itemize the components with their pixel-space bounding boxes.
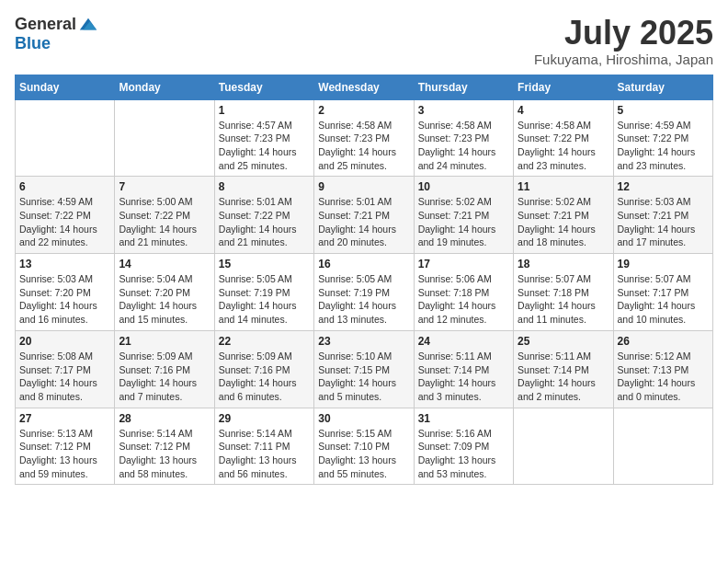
calendar-cell: 20Sunrise: 5:08 AMSunset: 7:17 PMDayligh… xyxy=(16,330,115,408)
day-info: Sunrise: 5:07 AMSunset: 7:17 PMDaylight:… xyxy=(618,272,709,327)
day-info: Sunrise: 4:58 AMSunset: 7:23 PMDaylight:… xyxy=(418,119,509,173)
calendar-cell: 21Sunrise: 5:09 AMSunset: 7:16 PMDayligh… xyxy=(115,330,214,408)
day-number: 17 xyxy=(418,258,509,270)
day-info: Sunrise: 5:13 AMSunset: 7:12 PMDaylight:… xyxy=(19,427,110,481)
day-header-friday: Friday xyxy=(514,75,613,99)
day-number: 20 xyxy=(19,335,110,348)
calendar-cell xyxy=(16,99,115,177)
calendar-table: SundayMondayTuesdayWednesdayThursdayFrid… xyxy=(15,75,713,486)
day-info: Sunrise: 4:59 AMSunset: 7:22 PMDaylight:… xyxy=(19,195,110,249)
calendar-cell: 9Sunrise: 5:01 AMSunset: 7:21 PMDaylight… xyxy=(314,177,414,254)
calendar-cell: 14Sunrise: 5:04 AMSunset: 7:20 PMDayligh… xyxy=(115,254,214,331)
day-info: Sunrise: 5:16 AMSunset: 7:09 PMDaylight:… xyxy=(418,427,509,481)
calendar-cell xyxy=(514,408,613,485)
day-number: 10 xyxy=(418,180,509,193)
day-number: 19 xyxy=(618,258,709,270)
day-number: 24 xyxy=(418,335,509,348)
calendar-cell: 25Sunrise: 5:11 AMSunset: 7:14 PMDayligh… xyxy=(514,330,613,408)
calendar-cell: 12Sunrise: 5:03 AMSunset: 7:21 PMDayligh… xyxy=(613,177,712,254)
calendar-cell: 31Sunrise: 5:16 AMSunset: 7:09 PMDayligh… xyxy=(414,408,513,485)
calendar-cell: 1Sunrise: 4:57 AMSunset: 7:23 PMDaylight… xyxy=(214,99,313,177)
calendar-cell: 6Sunrise: 4:59 AMSunset: 7:22 PMDaylight… xyxy=(16,177,115,254)
month-year: July 2025 xyxy=(534,15,713,52)
calendar-cell: 2Sunrise: 4:58 AMSunset: 7:23 PMDaylight… xyxy=(314,99,414,177)
day-number: 12 xyxy=(618,180,709,193)
week-row-4: 20Sunrise: 5:08 AMSunset: 7:17 PMDayligh… xyxy=(16,330,713,408)
day-number: 6 xyxy=(19,180,110,193)
day-number: 25 xyxy=(518,335,609,348)
logo: General Blue xyxy=(15,15,98,53)
day-info: Sunrise: 5:10 AMSunset: 7:15 PMDaylight:… xyxy=(318,350,409,404)
day-info: Sunrise: 5:06 AMSunset: 7:18 PMDaylight:… xyxy=(418,272,509,327)
day-info: Sunrise: 5:09 AMSunset: 7:16 PMDaylight:… xyxy=(119,350,210,404)
day-number: 18 xyxy=(518,258,609,270)
day-info: Sunrise: 5:02 AMSunset: 7:21 PMDaylight:… xyxy=(418,195,509,249)
calendar-cell: 28Sunrise: 5:14 AMSunset: 7:12 PMDayligh… xyxy=(115,408,214,485)
day-number: 4 xyxy=(518,104,609,117)
day-info: Sunrise: 5:11 AMSunset: 7:14 PMDaylight:… xyxy=(418,350,509,404)
day-number: 21 xyxy=(119,335,210,348)
calendar-cell: 19Sunrise: 5:07 AMSunset: 7:17 PMDayligh… xyxy=(613,254,712,331)
logo-icon xyxy=(78,15,98,35)
day-number: 8 xyxy=(219,180,310,193)
day-info: Sunrise: 5:12 AMSunset: 7:13 PMDaylight:… xyxy=(618,350,709,404)
day-header-tuesday: Tuesday xyxy=(214,75,313,99)
calendar-cell: 24Sunrise: 5:11 AMSunset: 7:14 PMDayligh… xyxy=(414,330,513,408)
day-number: 26 xyxy=(618,335,709,348)
calendar-cell: 17Sunrise: 5:06 AMSunset: 7:18 PMDayligh… xyxy=(414,254,513,331)
day-info: Sunrise: 5:03 AMSunset: 7:21 PMDaylight:… xyxy=(618,195,709,249)
day-number: 14 xyxy=(119,258,210,270)
day-info: Sunrise: 4:59 AMSunset: 7:22 PMDaylight:… xyxy=(618,119,709,173)
day-number: 27 xyxy=(19,412,110,425)
week-row-1: 1Sunrise: 4:57 AMSunset: 7:23 PMDaylight… xyxy=(16,99,713,177)
day-info: Sunrise: 5:04 AMSunset: 7:20 PMDaylight:… xyxy=(119,272,210,327)
logo-general: General xyxy=(15,16,76,34)
day-info: Sunrise: 4:58 AMSunset: 7:23 PMDaylight:… xyxy=(318,119,409,173)
day-info: Sunrise: 5:08 AMSunset: 7:17 PMDaylight:… xyxy=(19,350,110,404)
calendar-cell: 4Sunrise: 4:58 AMSunset: 7:22 PMDaylight… xyxy=(514,99,613,177)
week-row-3: 13Sunrise: 5:03 AMSunset: 7:20 PMDayligh… xyxy=(16,254,713,331)
day-info: Sunrise: 5:03 AMSunset: 7:20 PMDaylight:… xyxy=(19,272,110,327)
logo-blue: Blue xyxy=(15,35,98,53)
day-number: 28 xyxy=(119,412,210,425)
calendar-cell xyxy=(613,408,712,485)
day-number: 1 xyxy=(219,104,310,117)
day-info: Sunrise: 5:14 AMSunset: 7:12 PMDaylight:… xyxy=(119,427,210,481)
day-header-wednesday: Wednesday xyxy=(314,75,414,99)
calendar-cell: 16Sunrise: 5:05 AMSunset: 7:19 PMDayligh… xyxy=(314,254,414,331)
calendar-cell: 15Sunrise: 5:05 AMSunset: 7:19 PMDayligh… xyxy=(214,254,313,331)
day-number: 2 xyxy=(318,104,409,117)
header-row: SundayMondayTuesdayWednesdayThursdayFrid… xyxy=(16,75,713,99)
calendar-cell: 7Sunrise: 5:00 AMSunset: 7:22 PMDaylight… xyxy=(115,177,214,254)
day-number: 31 xyxy=(418,412,509,425)
day-info: Sunrise: 5:11 AMSunset: 7:14 PMDaylight:… xyxy=(518,350,609,404)
calendar-cell: 5Sunrise: 4:59 AMSunset: 7:22 PMDaylight… xyxy=(613,99,712,177)
day-number: 13 xyxy=(19,258,110,270)
day-number: 7 xyxy=(119,180,210,193)
day-header-thursday: Thursday xyxy=(414,75,513,99)
day-info: Sunrise: 5:01 AMSunset: 7:22 PMDaylight:… xyxy=(219,195,310,249)
page-header: General Blue July 2025 Fukuyama, Hiroshi… xyxy=(15,15,713,67)
calendar-cell: 27Sunrise: 5:13 AMSunset: 7:12 PMDayligh… xyxy=(16,408,115,485)
day-number: 11 xyxy=(518,180,609,193)
day-info: Sunrise: 4:58 AMSunset: 7:22 PMDaylight:… xyxy=(518,119,609,173)
calendar-cell: 11Sunrise: 5:02 AMSunset: 7:21 PMDayligh… xyxy=(514,177,613,254)
day-header-monday: Monday xyxy=(115,75,214,99)
day-number: 5 xyxy=(618,104,709,117)
calendar-cell: 3Sunrise: 4:58 AMSunset: 7:23 PMDaylight… xyxy=(414,99,513,177)
week-row-2: 6Sunrise: 4:59 AMSunset: 7:22 PMDaylight… xyxy=(16,177,713,254)
calendar-cell: 26Sunrise: 5:12 AMSunset: 7:13 PMDayligh… xyxy=(613,330,712,408)
day-info: Sunrise: 4:57 AMSunset: 7:23 PMDaylight:… xyxy=(219,119,310,173)
day-info: Sunrise: 5:02 AMSunset: 7:21 PMDaylight:… xyxy=(518,195,609,249)
calendar-cell: 22Sunrise: 5:09 AMSunset: 7:16 PMDayligh… xyxy=(214,330,313,408)
day-header-sunday: Sunday xyxy=(16,75,115,99)
day-info: Sunrise: 5:05 AMSunset: 7:19 PMDaylight:… xyxy=(219,272,310,327)
day-number: 29 xyxy=(219,412,310,425)
calendar-cell: 10Sunrise: 5:02 AMSunset: 7:21 PMDayligh… xyxy=(414,177,513,254)
day-number: 15 xyxy=(219,258,310,270)
day-info: Sunrise: 5:01 AMSunset: 7:21 PMDaylight:… xyxy=(318,195,409,249)
day-number: 9 xyxy=(318,180,409,193)
title-section: July 2025 Fukuyama, Hiroshima, Japan xyxy=(534,15,713,67)
day-info: Sunrise: 5:09 AMSunset: 7:16 PMDaylight:… xyxy=(219,350,310,404)
day-info: Sunrise: 5:00 AMSunset: 7:22 PMDaylight:… xyxy=(119,195,210,249)
